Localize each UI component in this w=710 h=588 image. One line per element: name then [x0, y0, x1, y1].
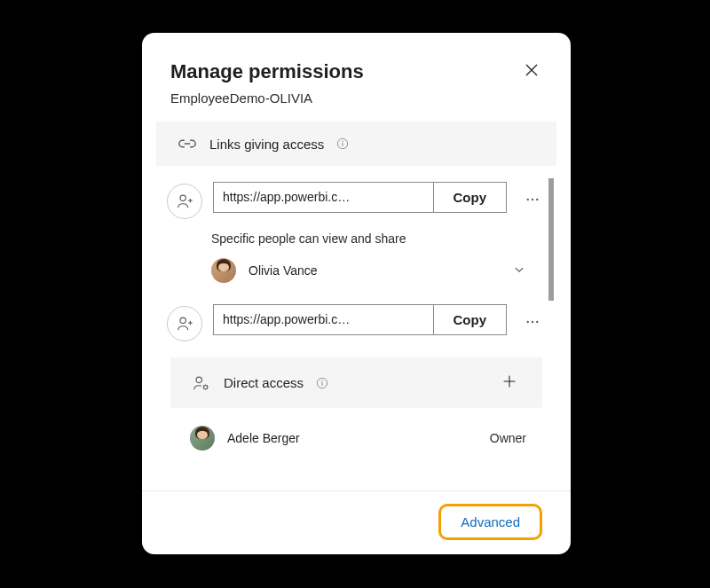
url-input[interactable]: https://app.powerbi.c…	[213, 182, 434, 213]
links-section-title: Links giving access	[209, 137, 324, 152]
avatar	[211, 258, 236, 283]
chevron-down-icon	[514, 263, 525, 278]
person-add-icon	[167, 184, 202, 219]
link-icon	[178, 134, 197, 153]
link-content: https://app.powerbi.c… Copy	[213, 182, 507, 213]
svg-point-3	[180, 195, 185, 200]
svg-point-7	[180, 318, 185, 323]
plus-icon	[501, 373, 517, 392]
svg-rect-15	[322, 382, 323, 386]
person-add-icon	[167, 306, 202, 341]
dialog-header: Manage permissions	[142, 59, 571, 83]
scrollbar[interactable]	[548, 178, 554, 301]
svg-point-1	[343, 141, 343, 142]
svg-point-10	[536, 320, 538, 322]
person-name: Olivia Vance	[248, 263, 501, 278]
link-row: https://app.powerbi.c… Copy	[156, 178, 556, 219]
svg-point-14	[321, 380, 322, 380]
svg-point-11	[196, 377, 201, 382]
svg-point-4	[527, 198, 529, 200]
more-options-button[interactable]	[517, 188, 540, 214]
person-name: Adele Berger	[227, 431, 477, 445]
svg-point-8	[527, 320, 529, 322]
advanced-button[interactable]: Advanced	[438, 504, 542, 540]
close-button[interactable]	[521, 59, 542, 83]
dialog-footer: Advanced	[142, 490, 571, 554]
svg-point-6	[536, 198, 538, 200]
direct-access-header-left: Direct access	[192, 373, 328, 393]
link-row: https://app.powerbi.c… Copy	[156, 301, 556, 341]
direct-access-title: Direct access	[224, 375, 304, 390]
link-people-expand[interactable]: Olivia Vance	[156, 255, 556, 301]
link-url-row: https://app.powerbi.c… Copy	[213, 304, 507, 335]
more-options-button[interactable]	[517, 310, 540, 336]
copy-button[interactable]: Copy	[434, 304, 508, 335]
svg-rect-2	[343, 143, 343, 146]
url-input[interactable]: https://app.powerbi.c…	[213, 304, 434, 335]
more-icon	[525, 314, 540, 333]
link-url-row: https://app.powerbi.c… Copy	[213, 182, 507, 213]
info-icon[interactable]	[336, 137, 349, 150]
dialog-subtitle: EmployeeDemo-OLIVIA	[142, 90, 571, 106]
person-settings-icon	[192, 373, 211, 393]
copy-button[interactable]: Copy	[434, 182, 508, 213]
info-icon[interactable]	[316, 377, 328, 389]
direct-access-person[interactable]: Adele Berger Owner	[156, 413, 556, 454]
svg-point-9	[532, 320, 533, 322]
svg-point-12	[204, 385, 208, 388]
close-icon	[525, 67, 539, 80]
link-description: Specific people can view and share	[156, 223, 556, 255]
links-section-header: Links giving access	[156, 122, 556, 166]
more-icon	[525, 192, 540, 210]
link-content: https://app.powerbi.c… Copy	[213, 304, 507, 335]
add-direct-access-button[interactable]	[498, 370, 521, 396]
svg-point-5	[532, 198, 533, 200]
manage-permissions-dialog: Manage permissions EmployeeDemo-OLIVIA L…	[142, 33, 571, 554]
links-scroll-area: https://app.powerbi.c… Copy Specific peo…	[142, 178, 571, 478]
person-role: Owner	[490, 431, 526, 445]
avatar	[190, 426, 215, 451]
dialog-title: Manage permissions	[170, 60, 364, 83]
direct-access-header: Direct access	[170, 357, 542, 408]
